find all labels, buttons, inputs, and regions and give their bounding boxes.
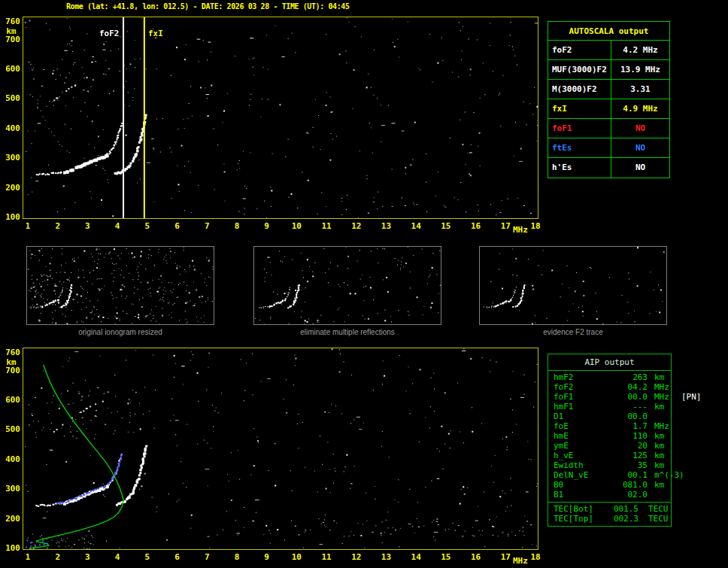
x-axis-unit-label: MHz bbox=[513, 226, 528, 235]
aip-row: B0081.0km bbox=[548, 480, 671, 490]
aip-tec-row: TEC[Bot]001.5TECU bbox=[548, 504, 671, 514]
x-axis-tick-label: 18 bbox=[530, 222, 540, 231]
aip-param-value: 04.2 bbox=[605, 382, 648, 392]
y-axis-tick-label: 300 bbox=[1, 153, 20, 163]
x-axis-tick-label: 8 bbox=[235, 553, 240, 562]
x-axis-tick-label: 7 bbox=[205, 553, 210, 562]
autoscala-table-title: AUTOSCALA output bbox=[548, 22, 669, 41]
y-axis-tick-label: 760 bbox=[1, 17, 20, 26]
aip-param-value: 110 bbox=[605, 431, 648, 441]
aip-param-unit: km bbox=[654, 441, 664, 451]
aip-row: foF100.0MHz[PN] bbox=[548, 392, 671, 402]
x-axis-tick-label: 13 bbox=[381, 222, 391, 231]
x-axis-tick-label: 12 bbox=[351, 222, 361, 231]
aip-param-label: hmF2 bbox=[554, 372, 574, 382]
y-axis-tick-label: 700 bbox=[1, 35, 20, 44]
x-axis-tick-label: 16 bbox=[471, 553, 481, 562]
y-axis-tick-label: 500 bbox=[1, 425, 20, 434]
autoscala-param-value: 4.2 MHz bbox=[611, 41, 669, 59]
x-axis-tick-label: 14 bbox=[411, 553, 421, 562]
aip-param-value: 263 bbox=[605, 372, 648, 382]
y-axis-tick-label: 500 bbox=[1, 94, 20, 103]
autoscala-param-value: 3.31 bbox=[611, 80, 669, 99]
aip-table-body: hmF2263kmfoF204.2MHzfoF100.0MHz[PN]hmF1-… bbox=[548, 372, 671, 524]
x-axis-tick-label: 2 bbox=[55, 222, 60, 231]
aip-param-label: foE bbox=[554, 421, 569, 431]
y-axis-tick-label: 700 bbox=[1, 366, 20, 375]
aip-tec-row: TEC[Top]002.3TECU bbox=[548, 514, 671, 524]
aip-param-label: foF2 bbox=[554, 382, 574, 392]
aip-param-value: 081.0 bbox=[605, 480, 648, 490]
aip-row: Ewidth35km bbox=[548, 460, 671, 470]
aip-param-unit: MHz bbox=[654, 392, 669, 402]
aip-param-label: h_vE bbox=[554, 451, 574, 460]
aip-tec-unit: TECU bbox=[648, 514, 669, 524]
autoscala-row: ftEsNO bbox=[548, 138, 669, 158]
aip-param-label: B1 bbox=[554, 490, 563, 500]
autoscala-param-label: M(3000)F2 bbox=[548, 80, 611, 99]
aip-divider bbox=[548, 502, 671, 503]
aip-row: DelN_vE00.1m^(-3) bbox=[548, 470, 671, 480]
x-axis-tick-label: 11 bbox=[321, 222, 331, 231]
y-axis-tick-label: 600 bbox=[1, 396, 20, 405]
profile-plot bbox=[23, 348, 538, 550]
aip-row: h_vE125km bbox=[548, 451, 671, 460]
aip-param-unit: km bbox=[654, 451, 664, 460]
x-axis-tick-label: 13 bbox=[381, 553, 391, 562]
y-axis-tick-label: 300 bbox=[1, 484, 20, 494]
thumbnail-original-canvas bbox=[27, 247, 214, 324]
aip-row: ymE20km bbox=[548, 441, 671, 451]
aip-param-value: 00.1 bbox=[605, 470, 648, 480]
y-axis-tick-label: 600 bbox=[1, 65, 20, 74]
x-axis-tick-label: 1 bbox=[26, 222, 31, 231]
aip-param-label: hmF1 bbox=[554, 402, 574, 412]
thumbnail-cleaned-ionogram bbox=[253, 246, 441, 325]
x-axis-tick-label: 17 bbox=[501, 553, 511, 562]
aip-param-label: ymE bbox=[554, 441, 569, 451]
x-axis-tick-label: 17 bbox=[501, 222, 511, 231]
x-axis-tick-label: 4 bbox=[115, 222, 120, 231]
y-axis-tick-label: 200 bbox=[1, 515, 20, 524]
aip-param-value: --- bbox=[605, 402, 648, 412]
station-date-time-title: Rome (lat: +41.8, lon: 012.5) - DATE: 20… bbox=[66, 2, 350, 11]
aip-tec-label: TEC[Top] bbox=[554, 514, 593, 524]
thumbnail-original-ionogram bbox=[26, 246, 214, 325]
foF2-marker-label: foF2 bbox=[99, 29, 120, 38]
x-axis-tick-label: 15 bbox=[441, 553, 450, 562]
y-axis-unit-label: km bbox=[3, 27, 20, 36]
autoscala-table-body: foF24.2 MHzMUF(3000)F213.9 MHzM(3000)F23… bbox=[548, 41, 669, 178]
aip-table-title: AIP output bbox=[548, 354, 671, 371]
y-axis-tick-label: 100 bbox=[1, 213, 20, 222]
aip-row: hmF1---km bbox=[548, 402, 671, 412]
aip-row: B102.0 bbox=[548, 490, 671, 500]
thumbnail-caption-f2trace: evidence F2 trace bbox=[479, 328, 667, 336]
aip-tec-value: 002.3 bbox=[599, 514, 639, 524]
fxI-marker-label: fxI bbox=[148, 29, 163, 38]
autoscala-param-value: NO bbox=[611, 138, 669, 157]
aip-param-value: 35 bbox=[605, 460, 648, 470]
aip-row: D100.0 bbox=[548, 412, 671, 421]
x-axis-tick-label: 4 bbox=[115, 553, 120, 562]
autoscala-row: fxI4.9 MHz bbox=[548, 99, 669, 119]
y-axis-unit-label: km bbox=[3, 358, 20, 367]
x-axis-tick-label: 11 bbox=[321, 553, 331, 562]
autoscala-row: M(3000)F23.31 bbox=[548, 80, 669, 99]
thumbnail-caption-cleaned: eliminate multiple reflections bbox=[253, 328, 441, 336]
aip-tec-unit: TECU bbox=[648, 504, 669, 514]
thumbnail-caption-original: original ionogram resized bbox=[26, 328, 214, 336]
aip-row: foE1.7MHz bbox=[548, 421, 671, 431]
autoscala-param-label: ftEs bbox=[548, 138, 611, 157]
aip-param-label: D1 bbox=[554, 412, 563, 421]
thumbnail-cleaned-canvas bbox=[254, 247, 441, 324]
aip-param-value: 1.7 bbox=[605, 421, 648, 431]
y-axis-tick-label: 400 bbox=[1, 124, 20, 133]
y-axis-tick-label: 100 bbox=[1, 544, 20, 553]
aip-param-note: [PN] bbox=[681, 392, 702, 402]
aip-param-unit: MHz bbox=[654, 421, 669, 431]
x-axis-tick-label: 9 bbox=[264, 222, 269, 231]
autoscala-param-value: 4.9 MHz bbox=[611, 99, 669, 118]
aip-param-unit: km bbox=[654, 431, 664, 441]
x-axis-tick-label: 1 bbox=[26, 553, 31, 562]
x-axis-tick-label: 5 bbox=[145, 222, 150, 231]
x-axis-tick-label: 16 bbox=[471, 222, 481, 231]
